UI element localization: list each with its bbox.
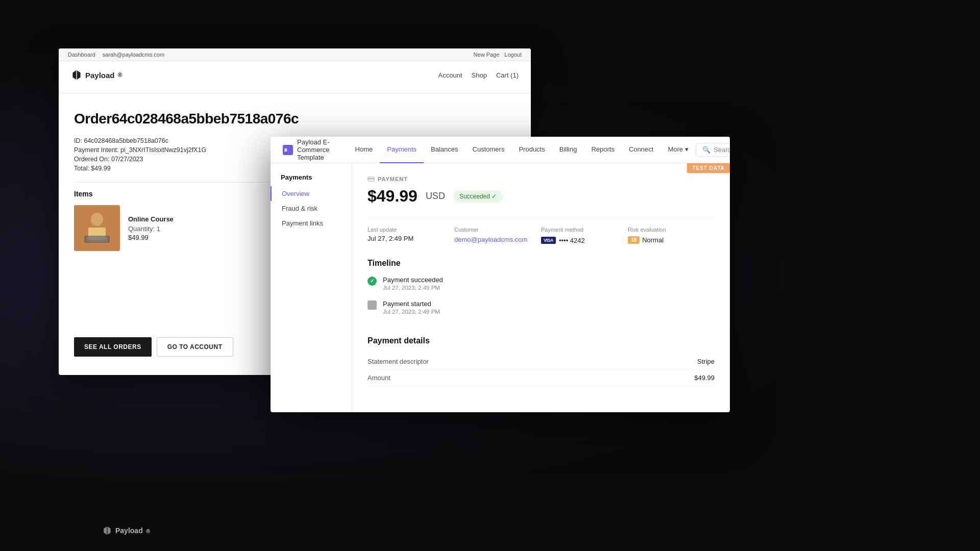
item-price: $49.99 (128, 234, 174, 241)
stripe-nav-payments[interactable]: Payments (380, 137, 424, 163)
timeline-time-1: Jul 27, 2023, 2:49 PM (383, 309, 440, 315)
payment-details-title: Payment details (368, 336, 715, 345)
detail-label-0: Statement descriptor (368, 358, 429, 365)
stripe-sidebar-overview[interactable]: Overview (271, 186, 352, 201)
detail-value-1: $49.99 (694, 374, 715, 382)
topbar-user-email: sarah@payloadcms.com (103, 52, 164, 58)
svg-rect-6 (284, 148, 287, 152)
order-header: Payload® Account Shop Cart (1) (59, 61, 531, 86)
status-badge: Succeeded ✓ (453, 190, 503, 203)
topbar-logout[interactable]: Logout (504, 52, 522, 58)
payment-meta-grid: Last update Jul 27, 2:49 PM Customer dem… (368, 217, 715, 244)
risk-level: Normal (642, 236, 664, 244)
meta-last-update: Last update Jul 27, 2:49 PM (368, 227, 454, 244)
timeline-item-0: Payment succeeded Jul 27, 2023, 2:49 PM (368, 276, 715, 300)
timeline-title: Timeline (368, 259, 715, 268)
see-all-orders-button[interactable]: SEE ALL ORDERS (74, 337, 152, 357)
detail-value-0: Stripe (697, 358, 715, 365)
svg-point-1 (91, 213, 103, 226)
stripe-logo-wrap[interactable]: Payload E-Commerce Template (283, 138, 334, 161)
timeline-dot-success (368, 277, 377, 286)
meta-payment-method: Payment method VISA •••• 4242 (541, 227, 628, 244)
stripe-logo-icon (283, 145, 293, 155)
timeline-event-0: Payment succeeded (383, 276, 443, 284)
stripe-nav-products[interactable]: Products (511, 137, 552, 163)
stripe-sidebar: Payments Overview Fraud & risk Payment l… (271, 163, 352, 412)
last-update-value: Jul 27, 2:49 PM (368, 235, 454, 242)
footer-logo-sup: ® (146, 528, 151, 534)
payment-method-label: Payment method (541, 227, 628, 233)
nav-cart[interactable]: Cart (1) (496, 71, 519, 79)
detail-label-1: Amount (368, 374, 390, 382)
logo-text: Payload (85, 71, 115, 80)
item-name: Online Course (128, 215, 174, 223)
item-image (74, 205, 120, 251)
stripe-nav-home[interactable]: Home (348, 137, 380, 163)
footer-logo-text: Payload (115, 527, 143, 535)
nav-shop[interactable]: Shop (472, 71, 487, 79)
timeline-dot-info (368, 300, 377, 310)
timeline: Payment succeeded Jul 27, 2023, 2:49 PM … (368, 276, 715, 324)
stripe-body: Payments Overview Fraud & risk Payment l… (271, 163, 730, 412)
payment-amount: $49.99 (368, 187, 418, 206)
stripe-nav: Home Payments Balances Customers Product… (348, 137, 696, 163)
search-placeholder: Search... (714, 146, 730, 154)
detail-row-0: Statement descriptor Stripe (368, 354, 715, 370)
customer-email-link[interactable]: demo@payloadcms.com (454, 236, 527, 243)
payload-logo[interactable]: Payload® (71, 69, 122, 81)
payment-type-label: PAYMENT (368, 176, 715, 183)
payment-currency: USD (426, 191, 445, 202)
stripe-sidebar-title: Payments (271, 173, 352, 181)
order-nav: Account Shop Cart (1) (438, 71, 519, 79)
search-icon: 🔍 (702, 146, 710, 154)
detail-row-1: Amount $49.99 (368, 370, 715, 386)
stripe-sidebar-fraud[interactable]: Fraud & risk (271, 201, 352, 216)
card-digits: •••• 4242 (559, 237, 585, 244)
nav-account[interactable]: Account (438, 71, 462, 79)
order-topbar: Dashboard sarah@payloadcms.com New Page … (59, 48, 531, 61)
order-actions: SEE ALL ORDERS GO TO ACCOUNT (74, 337, 233, 357)
stripe-search[interactable]: 🔍 Search... (696, 143, 730, 157)
payment-details-section: Payment details Statement descriptor Str… (368, 336, 715, 386)
risk-score: 18 (628, 236, 640, 244)
item-image-fill (74, 205, 120, 251)
visa-logo: VISA (541, 237, 556, 244)
logo-sup: ® (118, 71, 122, 79)
svg-rect-5 (283, 146, 293, 153)
timeline-time-0: Jul 27, 2023, 2:49 PM (383, 285, 443, 291)
stripe-nav-connect[interactable]: Connect (622, 137, 660, 163)
chevron-down-icon: ▾ (685, 145, 689, 153)
topbar-dashboard[interactable]: Dashboard (68, 52, 95, 58)
visa-chip: VISA •••• 4242 (541, 237, 585, 244)
meta-risk: Risk evaluation 18 Normal (628, 227, 715, 244)
item-quantity: Quantity: 1 (128, 225, 174, 233)
payment-amount-row: $49.99 USD Succeeded ✓ (368, 187, 715, 206)
stripe-nav-more[interactable]: More ▾ (660, 137, 696, 163)
order-title: Order64c028468a5bbeb7518a076c (74, 111, 516, 127)
stripe-nav-reports[interactable]: Reports (584, 137, 622, 163)
stripe-sidebar-payment-links[interactable]: Payment links (271, 216, 352, 231)
risk-badge: 18 Normal (628, 236, 664, 244)
risk-label: Risk evaluation (628, 227, 715, 233)
timeline-item-1: Payment started Jul 27, 2023, 2:49 PM (368, 300, 715, 324)
stripe-panel-card: Payload E-Commerce Template Home Payment… (271, 137, 730, 412)
stripe-app-name: Payload E-Commerce Template (297, 138, 334, 161)
test-data-badge: TEST DATA (687, 163, 730, 173)
footer-logo: Payload® (102, 525, 150, 536)
stripe-topbar: Payload E-Commerce Template Home Payment… (271, 137, 730, 163)
item-info: Online Course Quantity: 1 $49.99 (128, 215, 174, 241)
timeline-event-1: Payment started (383, 300, 440, 308)
last-update-label: Last update (368, 227, 454, 233)
topbar-new-page[interactable]: New Page (474, 52, 500, 58)
stripe-nav-billing[interactable]: Billing (552, 137, 584, 163)
stripe-main: PAYMENT $49.99 USD Succeeded ✓ Last upda… (352, 163, 730, 412)
stripe-nav-balances[interactable]: Balances (424, 137, 465, 163)
go-to-account-button[interactable]: GO TO ACCOUNT (157, 337, 233, 357)
stripe-nav-customers[interactable]: Customers (465, 137, 512, 163)
customer-label: Customer (454, 227, 541, 233)
svg-rect-4 (86, 237, 108, 242)
meta-customer: Customer demo@payloadcms.com (454, 227, 541, 244)
svg-rect-8 (368, 179, 374, 180)
